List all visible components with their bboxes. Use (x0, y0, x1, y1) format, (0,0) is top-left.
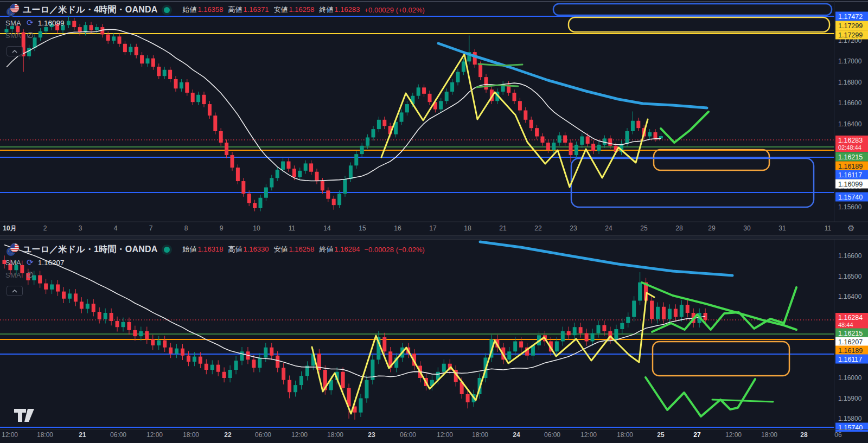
sma-indicator-label-hidden[interactable]: SMA (5, 271, 21, 279)
price-axis[interactable]: 1.166001.165001.164001.163001.160001.159… (835, 252, 868, 432)
svg-text:06:00: 06:00 (110, 431, 126, 439)
svg-text:18:00: 18:00 (472, 431, 488, 439)
svg-text:1.16189: 1.16189 (838, 163, 863, 170)
green-segment-lower[interactable] (476, 85, 518, 87)
currency-pair-icon (5, 242, 20, 256)
legend-4h: ユーロ／米ドル・4時間・OANDA 始値1.16358高値1.16371安値1.… (5, 3, 425, 56)
svg-text:29: 29 (708, 224, 716, 232)
chevron-up-icon (12, 50, 17, 53)
svg-text:22: 22 (534, 224, 542, 232)
svg-text:1.15600: 1.15600 (838, 203, 862, 211)
time-axis[interactable]: 12:0018:002106:0012:0018:002206:0012:001… (2, 431, 842, 439)
svg-text:1.16099: 1.16099 (838, 181, 863, 188)
svg-text:18: 18 (464, 224, 471, 232)
svg-text:1.16284: 1.16284 (838, 314, 863, 322)
market-status-icon (164, 247, 170, 253)
refresh-icon[interactable]: ⟳ (27, 259, 34, 266)
svg-text:2: 2 (43, 224, 47, 232)
zigzag-yellow[interactable] (312, 293, 654, 414)
drawn-rect-blue-top[interactable] (553, 4, 832, 15)
svg-text:1.16400: 1.16400 (838, 120, 862, 128)
ohlc-readout: 始値1.16358高値1.16371安値1.16258終値1.16283 (177, 5, 360, 15)
chart-panel-4h: 1.172001.170001.168001.166001.164001.158… (0, 0, 868, 235)
drawn-rect-blue-mid[interactable] (571, 158, 814, 207)
svg-text:12:00: 12:00 (146, 431, 163, 439)
collapse-panel-button[interactable] (7, 46, 23, 56)
svg-text:1.17472: 1.17472 (838, 13, 863, 21)
svg-text:14: 14 (323, 224, 331, 232)
svg-text:11: 11 (289, 224, 296, 232)
svg-text:1.16207: 1.16207 (838, 338, 863, 346)
svg-text:22: 22 (224, 431, 232, 439)
svg-text:12:00: 12:00 (725, 431, 742, 439)
svg-text:31: 31 (778, 224, 786, 232)
svg-text:06:00: 06:00 (544, 431, 560, 439)
change-readout: +0.00029 (+0.02%) (364, 6, 424, 14)
svg-text:1.15800: 1.15800 (838, 415, 862, 422)
drawn-rect-amber[interactable] (654, 150, 769, 170)
svg-text:3: 3 (79, 224, 82, 232)
svg-text:30: 30 (743, 224, 751, 232)
svg-text:18:00: 18:00 (183, 431, 199, 439)
zigzag-yellow[interactable] (381, 54, 648, 187)
time-axis-settings-gear-icon[interactable]: ⚙ (847, 223, 854, 233)
trend-curve-blue[interactable] (480, 242, 732, 275)
pennant-upper-green[interactable] (642, 283, 796, 330)
green-projection[interactable] (661, 112, 709, 143)
svg-text:10: 10 (253, 224, 260, 232)
svg-text:1.17299: 1.17299 (838, 22, 863, 30)
svg-text:1.16283: 1.16283 (838, 137, 863, 144)
svg-text:1.16117: 1.16117 (838, 171, 862, 179)
svg-text:28: 28 (675, 224, 683, 232)
svg-text:23: 23 (368, 431, 375, 439)
refresh-icon[interactable]: ⟳ (27, 19, 34, 27)
chevron-up-icon (12, 290, 17, 293)
drawn-rect-yellow[interactable] (569, 17, 829, 32)
eye-hidden-icon[interactable]: ∅ (27, 30, 34, 40)
svg-text:1.16215: 1.16215 (838, 153, 863, 161)
svg-text:12:00: 12:00 (437, 431, 453, 439)
svg-text:1.15900: 1.15900 (838, 395, 862, 402)
svg-text:18:00: 18:00 (327, 431, 343, 439)
symbol-title[interactable]: ユーロ／米ドル・4時間・OANDA (23, 4, 157, 16)
tradingview-logo[interactable] (14, 409, 36, 424)
drawn-rect-amber[interactable] (653, 342, 789, 376)
svg-text:1.15740: 1.15740 (838, 424, 863, 432)
svg-text:10月: 10月 (3, 224, 16, 232)
svg-text:11: 11 (825, 224, 832, 232)
symbol-title[interactable]: ユーロ／米ドル・1時間・OANDA (23, 244, 157, 255)
sma-value: 1.16207 (38, 259, 65, 267)
sma-value: 1.16099 (38, 19, 65, 27)
svg-text:21: 21 (79, 431, 86, 439)
svg-text:21: 21 (499, 224, 507, 232)
price-axis[interactable]: 1.172001.170001.168001.166001.164001.158… (835, 12, 868, 211)
svg-text:02:48:44: 02:48:44 (838, 144, 861, 151)
svg-text:18:00: 18:00 (37, 431, 53, 439)
svg-text:7: 7 (149, 224, 153, 232)
sma-indicator-label[interactable]: SMA (5, 259, 21, 267)
tradingview-multichart: 1.172001.170001.168001.166001.164001.158… (0, 0, 868, 443)
svg-text:12:00: 12:00 (580, 431, 597, 439)
ohlc-readout: 始値1.16318高値1.16330安値1.16258終値1.16284 (177, 245, 360, 254)
svg-text:18:00: 18:00 (617, 431, 633, 439)
svg-text:1.17000: 1.17000 (838, 57, 862, 65)
time-axis[interactable]: 10月2347891011141516171821222324252829303… (3, 224, 831, 232)
svg-text:12:00: 12:00 (291, 431, 308, 439)
svg-text:06:00: 06:00 (400, 431, 416, 439)
svg-text:25: 25 (640, 224, 648, 232)
svg-text:48:44: 48:44 (838, 322, 853, 328)
panel-divider[interactable] (0, 235, 868, 240)
svg-text:18:00: 18:00 (761, 431, 777, 439)
eye-hidden-icon[interactable]: ∅ (27, 270, 34, 280)
sma-indicator-label-hidden[interactable]: SMA (5, 31, 21, 40)
svg-text:4: 4 (114, 224, 118, 232)
svg-text:8: 8 (184, 224, 188, 232)
collapse-panel-button[interactable] (7, 286, 23, 296)
svg-text:1.16800: 1.16800 (838, 79, 862, 86)
zigzag-green-lower[interactable] (646, 377, 755, 416)
sma-indicator-label[interactable]: SMA (5, 19, 21, 27)
svg-text:15: 15 (359, 224, 366, 232)
currency-pair-icon (5, 3, 20, 17)
svg-text:1.17299: 1.17299 (838, 31, 863, 39)
svg-text:1.16117: 1.16117 (838, 356, 862, 363)
